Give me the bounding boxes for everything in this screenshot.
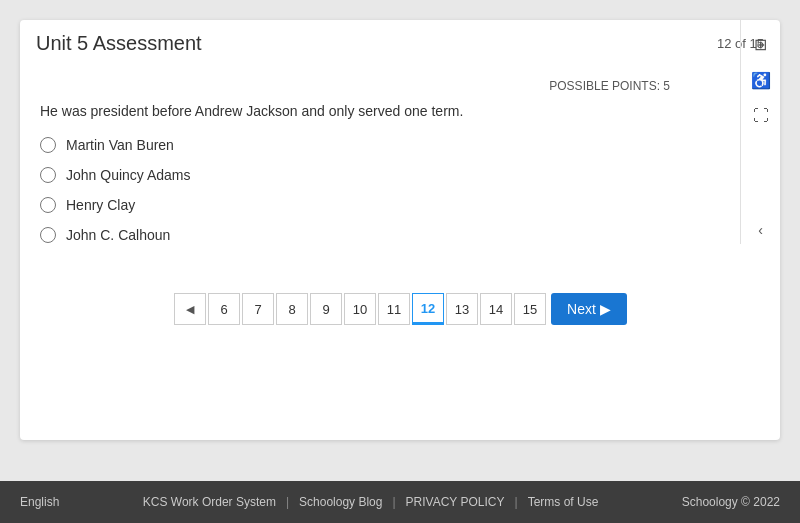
fullscreen-icon-btn[interactable]: ⛶ <box>743 100 779 132</box>
page-15-btn[interactable]: 15 <box>514 293 546 325</box>
page-8-btn[interactable]: 8 <box>276 293 308 325</box>
option-4-label: John C. Calhoun <box>66 227 170 243</box>
sep-2: | <box>392 495 395 509</box>
main-content: Unit 5 Assessment 12 of 15 ⊞ ♿ ⛶ ‹ POSSI… <box>0 0 800 481</box>
radio-opt3[interactable] <box>40 197 56 213</box>
accessibility-icon-btn[interactable]: ♿ <box>743 64 779 96</box>
next-button[interactable]: Next ▶ <box>551 293 627 325</box>
option-2[interactable]: John Quincy Adams <box>40 167 720 183</box>
sep-3: | <box>515 495 518 509</box>
chevron-right-icon: ▶ <box>600 301 611 317</box>
option-1-label: Martin Van Buren <box>66 137 174 153</box>
pagination-area: ◀ 6 7 8 9 10 11 12 13 14 15 Next ▶ <box>20 273 780 349</box>
prev-page-btn[interactable]: ◀ <box>174 293 206 325</box>
option-4[interactable]: John C. Calhoun <box>40 227 720 243</box>
option-2-label: John Quincy Adams <box>66 167 191 183</box>
page-11-btn[interactable]: 11 <box>378 293 410 325</box>
page-9-btn[interactable]: 9 <box>310 293 342 325</box>
privacy-policy-link[interactable]: PRIVACY POLICY <box>406 495 505 509</box>
collapse-sidebar-btn[interactable]: ‹ <box>743 216 779 244</box>
question-text: He was president before Andrew Jackson a… <box>40 103 720 119</box>
chevron-left-icon: ‹ <box>758 222 763 238</box>
fullscreen-icon: ⛶ <box>753 107 769 125</box>
language-label: English <box>20 495 59 509</box>
radio-opt4[interactable] <box>40 227 56 243</box>
option-1[interactable]: Martin Van Buren <box>40 137 720 153</box>
sidebar-icons: ⊞ ♿ ⛶ ‹ <box>740 20 780 244</box>
next-label: Next <box>567 301 596 317</box>
possible-points: POSSIBLE POINTS: 5 <box>40 79 720 93</box>
page-7-btn[interactable]: 7 <box>242 293 274 325</box>
page-14-btn[interactable]: 14 <box>480 293 512 325</box>
question-area: POSSIBLE POINTS: 5 He was president befo… <box>20 63 780 273</box>
page-13-btn[interactable]: 13 <box>446 293 478 325</box>
kcs-work-order-link[interactable]: KCS Work Order System <box>143 495 276 509</box>
page-12-btn[interactable]: 12 <box>412 293 444 325</box>
grid-icon: ⊞ <box>754 35 767 54</box>
sep-1: | <box>286 495 289 509</box>
option-3-label: Henry Clay <box>66 197 135 213</box>
page-6-btn[interactable]: 6 <box>208 293 240 325</box>
assessment-title: Unit 5 Assessment <box>36 32 202 55</box>
terms-of-use-link[interactable]: Terms of Use <box>528 495 599 509</box>
assessment-card: Unit 5 Assessment 12 of 15 ⊞ ♿ ⛶ ‹ POSSI… <box>20 20 780 440</box>
page-10-btn[interactable]: 10 <box>344 293 376 325</box>
accessibility-icon: ♿ <box>751 71 771 90</box>
card-header: Unit 5 Assessment 12 of 15 <box>20 20 780 63</box>
copyright-label: Schoology © 2022 <box>682 495 780 509</box>
grid-icon-btn[interactable]: ⊞ <box>743 28 779 60</box>
schoology-blog-link[interactable]: Schoology Blog <box>299 495 382 509</box>
footer: English KCS Work Order System | Schoolog… <box>0 481 800 523</box>
option-3[interactable]: Henry Clay <box>40 197 720 213</box>
radio-opt2[interactable] <box>40 167 56 183</box>
footer-links: KCS Work Order System | Schoology Blog |… <box>143 495 599 509</box>
radio-opt1[interactable] <box>40 137 56 153</box>
